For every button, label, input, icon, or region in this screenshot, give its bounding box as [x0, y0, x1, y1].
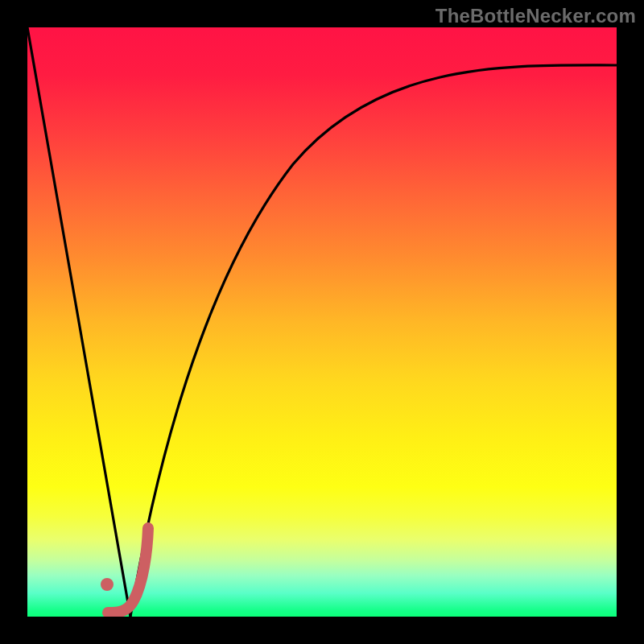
plot-area	[27, 27, 617, 617]
watermark-text: TheBottleNecker.com	[436, 5, 636, 27]
chart-frame: TheBottleNecker.com	[0, 0, 644, 644]
bottleneck-curve-left	[27, 27, 130, 617]
bottleneck-curve-right	[130, 65, 617, 617]
curve-layer	[27, 27, 617, 617]
j-marker-dot	[101, 578, 114, 591]
j-marker-tail	[108, 528, 148, 613]
